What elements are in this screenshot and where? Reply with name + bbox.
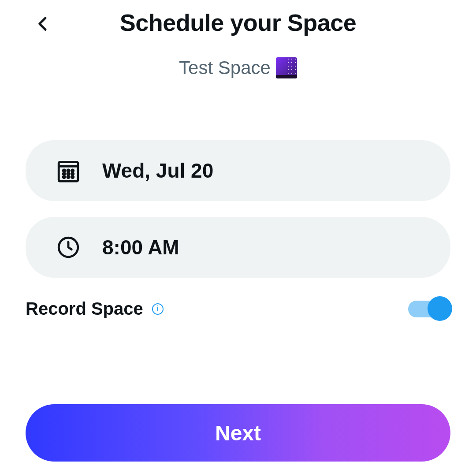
back-button[interactable] (34, 13, 52, 36)
chevron-left-icon (34, 13, 52, 36)
next-button-label: Next (215, 421, 261, 445)
page-title: Schedule your Space (26, 9, 450, 36)
svg-point-2 (63, 170, 65, 171)
svg-point-9 (67, 176, 69, 178)
svg-point-6 (67, 173, 69, 175)
svg-point-3 (67, 170, 69, 171)
calendar-icon (56, 158, 81, 183)
milky-way-icon (276, 57, 297, 78)
record-space-toggle[interactable] (408, 301, 450, 317)
clock-icon (56, 235, 81, 260)
time-selector[interactable]: 8:00 AM (26, 217, 450, 278)
info-icon[interactable]: i (152, 303, 164, 315)
space-name-text: Test Space (179, 57, 271, 78)
svg-point-4 (71, 170, 73, 171)
record-space-label: Record Space (26, 299, 143, 319)
space-name-subtitle: Test Space (0, 57, 476, 78)
time-value: 8:00 AM (102, 235, 179, 259)
date-value: Wed, Jul 20 (102, 159, 213, 182)
toggle-knob (428, 296, 452, 321)
svg-point-8 (63, 176, 65, 178)
svg-point-7 (71, 173, 73, 175)
svg-point-10 (71, 176, 73, 178)
next-button[interactable]: Next (26, 404, 450, 462)
svg-point-5 (63, 173, 65, 175)
date-selector[interactable]: Wed, Jul 20 (26, 140, 450, 201)
